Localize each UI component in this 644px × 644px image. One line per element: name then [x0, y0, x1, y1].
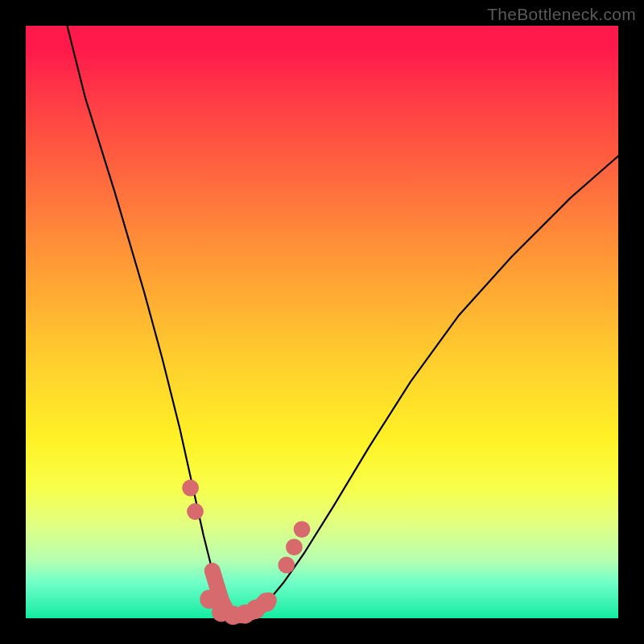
bottleneck-curve [26, 26, 618, 618]
chart-frame: TheBottleneck.com [0, 0, 644, 644]
svg-point-0 [182, 480, 199, 497]
svg-point-9 [286, 539, 303, 555]
svg-point-10 [294, 521, 311, 538]
svg-point-7 [257, 592, 276, 612]
watermark-text: TheBottleneck.com [487, 5, 636, 24]
svg-point-1 [187, 503, 204, 520]
svg-point-8 [278, 556, 295, 573]
plot-area [26, 26, 618, 618]
